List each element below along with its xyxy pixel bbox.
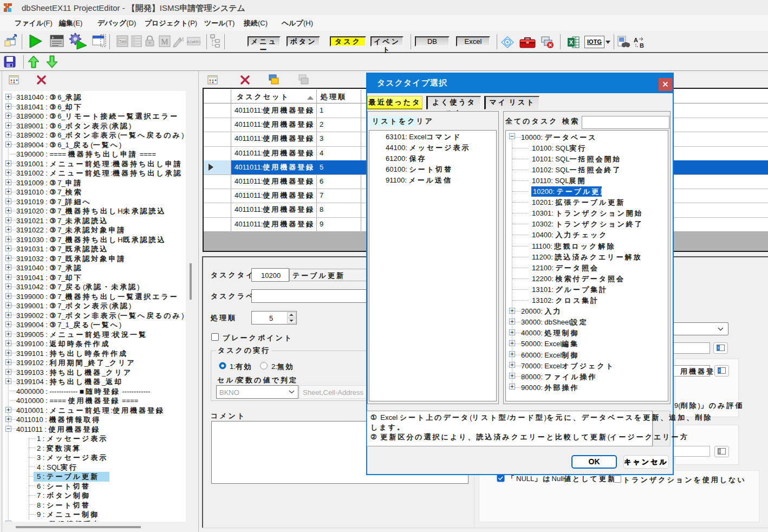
svg-text:A1⇄R1: A1⇄R1 xyxy=(187,40,200,44)
svg-text:M: M xyxy=(161,37,168,46)
svg-text:A: A xyxy=(634,37,638,43)
svg-text:M: M xyxy=(179,36,184,42)
svg-text:X: X xyxy=(569,39,574,46)
svg-text:Tab: Tab xyxy=(119,39,126,44)
svg-text:B: B xyxy=(640,42,644,49)
